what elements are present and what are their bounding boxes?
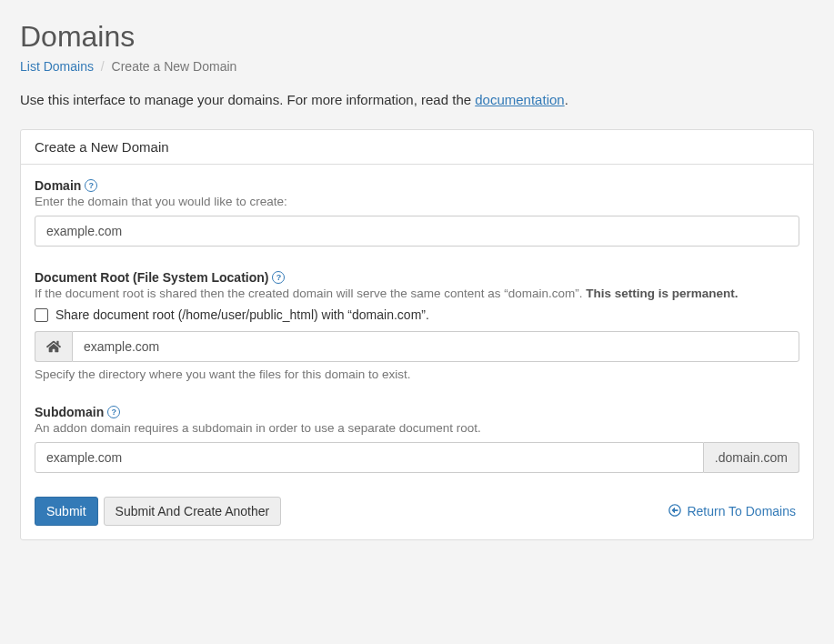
help-icon[interactable]: ? — [85, 179, 97, 192]
subdomain-suffix: .domain.com — [704, 442, 799, 473]
create-domain-panel: Create a New Domain Domain ? Enter the d… — [20, 129, 814, 540]
submit-and-create-another-button[interactable]: Submit And Create Another — [104, 497, 282, 526]
home-icon — [35, 331, 72, 362]
subdomain-hint: An addon domain requires a subdomain in … — [35, 421, 799, 435]
return-to-domains-link[interactable]: Return To Domains — [665, 498, 799, 526]
return-label: Return To Domains — [687, 504, 796, 518]
subdomain-input[interactable] — [35, 442, 704, 473]
page-title: Domains — [20, 20, 814, 54]
docroot-input[interactable] — [72, 331, 799, 362]
intro-suffix: . — [565, 92, 568, 107]
breadcrumb-list-domains-link[interactable]: List Domains — [20, 59, 94, 74]
share-docroot-label: Share document root (/home/user/public_h… — [55, 307, 429, 322]
breadcrumb: List Domains / Create a New Domain — [20, 59, 814, 74]
intro-text: Use this interface to manage your domain… — [20, 92, 814, 107]
domain-group: Domain ? Enter the domain that you would… — [35, 178, 799, 247]
help-icon[interactable]: ? — [107, 406, 120, 418]
docroot-hint: If the document root is shared then the … — [35, 287, 799, 300]
button-row: Submit Submit And Create Another Return … — [35, 497, 799, 526]
domain-input[interactable] — [35, 216, 799, 247]
subdomain-label: Subdomain — [35, 405, 104, 419]
breadcrumb-current: Create a New Domain — [112, 59, 237, 74]
domain-label: Domain — [35, 178, 81, 193]
docroot-label: Document Root (File System Location) — [35, 270, 268, 285]
docroot-group: Document Root (File System Location) ? I… — [35, 270, 799, 381]
return-icon — [668, 504, 681, 519]
panel-title: Create a New Domain — [21, 130, 813, 165]
documentation-link[interactable]: documentation — [475, 92, 564, 107]
help-icon[interactable]: ? — [272, 271, 285, 284]
docroot-below-hint: Specify the directory where you want the… — [35, 367, 799, 381]
submit-button[interactable]: Submit — [35, 497, 98, 526]
intro-prefix: Use this interface to manage your domain… — [20, 92, 475, 107]
breadcrumb-separator: / — [101, 59, 105, 74]
share-docroot-checkbox[interactable] — [35, 308, 48, 322]
subdomain-group: Subdomain ? An addon domain requires a s… — [35, 405, 799, 473]
domain-hint: Enter the domain that you would like to … — [35, 195, 799, 208]
